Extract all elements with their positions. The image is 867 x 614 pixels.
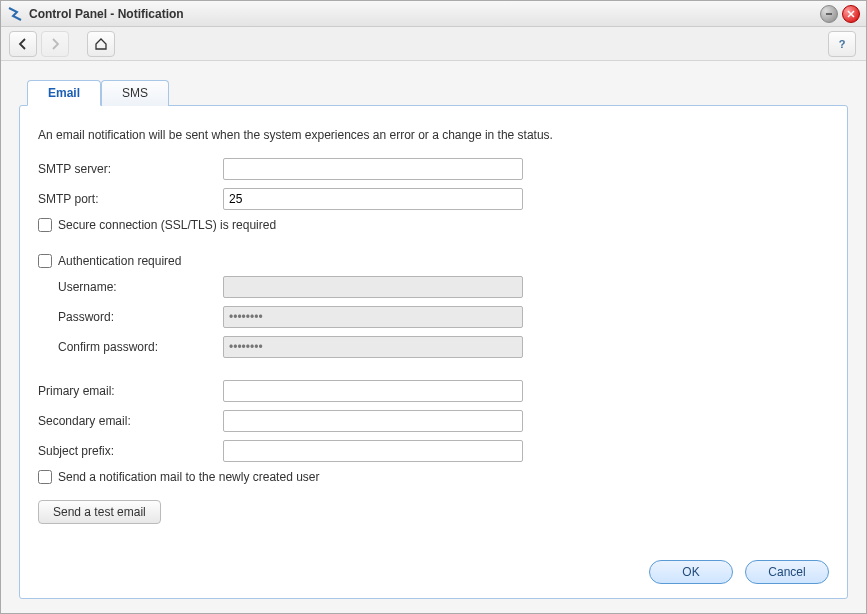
username-input[interactable] bbox=[223, 276, 523, 298]
password-input[interactable] bbox=[223, 306, 523, 328]
smtp-port-label: SMTP port: bbox=[38, 192, 223, 206]
smtp-server-input[interactable] bbox=[223, 158, 523, 180]
primary-email-label: Primary email: bbox=[38, 384, 223, 398]
close-button[interactable] bbox=[842, 5, 860, 23]
control-panel-window: Control Panel - Notification ? bbox=[0, 0, 867, 614]
confirm-password-input[interactable] bbox=[223, 336, 523, 358]
cancel-button[interactable]: Cancel bbox=[745, 560, 829, 584]
ssl-checkbox[interactable] bbox=[38, 218, 52, 232]
email-description: An email notification will be sent when … bbox=[38, 128, 829, 142]
secondary-email-label: Secondary email: bbox=[38, 414, 223, 428]
content-area: Email SMS An email notification will be … bbox=[1, 61, 866, 613]
dialog-footer: OK Cancel bbox=[649, 560, 829, 584]
subject-prefix-input[interactable] bbox=[223, 440, 523, 462]
send-test-email-button[interactable]: Send a test email bbox=[38, 500, 161, 524]
toolbar: ? bbox=[1, 27, 866, 61]
subject-prefix-label: Subject prefix: bbox=[38, 444, 223, 458]
tab-email[interactable]: Email bbox=[27, 80, 101, 106]
password-label: Password: bbox=[38, 310, 223, 324]
notify-new-user-label: Send a notification mail to the newly cr… bbox=[58, 470, 319, 484]
back-button[interactable] bbox=[9, 31, 37, 57]
notification-panel: Email SMS An email notification will be … bbox=[19, 79, 848, 599]
tab-sms[interactable]: SMS bbox=[101, 80, 169, 106]
primary-email-input[interactable] bbox=[223, 380, 523, 402]
ssl-label: Secure connection (SSL/TLS) is required bbox=[58, 218, 276, 232]
home-button[interactable] bbox=[87, 31, 115, 57]
forward-button[interactable] bbox=[41, 31, 69, 57]
auth-required-label: Authentication required bbox=[58, 254, 181, 268]
window-title: Control Panel - Notification bbox=[29, 7, 184, 21]
secondary-email-input[interactable] bbox=[223, 410, 523, 432]
app-icon bbox=[7, 6, 23, 22]
smtp-port-input[interactable] bbox=[223, 188, 523, 210]
titlebar: Control Panel - Notification bbox=[1, 1, 866, 27]
tab-strip: Email SMS bbox=[19, 79, 848, 105]
confirm-password-label: Confirm password: bbox=[38, 340, 223, 354]
auth-required-checkbox[interactable] bbox=[38, 254, 52, 268]
notify-new-user-checkbox[interactable] bbox=[38, 470, 52, 484]
email-tab-body: An email notification will be sent when … bbox=[19, 105, 848, 599]
username-label: Username: bbox=[38, 280, 223, 294]
svg-text:?: ? bbox=[839, 38, 846, 50]
minimize-button[interactable] bbox=[820, 5, 838, 23]
smtp-server-label: SMTP server: bbox=[38, 162, 223, 176]
email-form: SMTP server: SMTP port: Secure connectio… bbox=[38, 158, 829, 524]
ok-button[interactable]: OK bbox=[649, 560, 733, 584]
help-button[interactable]: ? bbox=[828, 31, 856, 57]
